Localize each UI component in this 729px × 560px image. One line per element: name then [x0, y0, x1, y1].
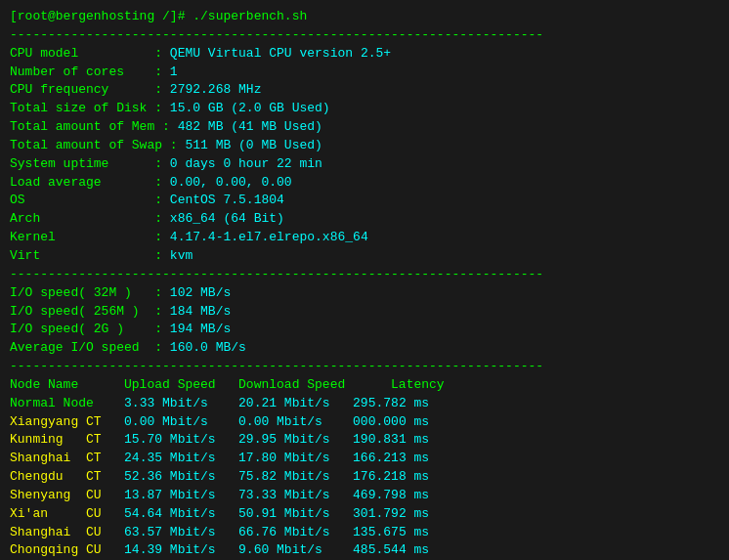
node-row: Shanghai CU 63.57 Mbit/s 66.76 Mbit/s 13… — [10, 524, 719, 542]
system-info-row: CPU model : QEMU Virtual CPU version 2.5… — [10, 45, 719, 64]
io-speed-row: I/O speed( 32M ) : 102 MB/s — [10, 284, 719, 303]
system-info-row: Virt : kvm — [10, 247, 719, 266]
system-info-row: Kernel : 4.17.4-1.el7.elrepo.x86_64 — [10, 229, 719, 247]
divider-1: ----------------------------------------… — [10, 26, 719, 45]
node-table-header: Node Name Upload Speed Download Speed La… — [10, 376, 719, 395]
node-row: Chongqing CU 14.39 Mbit/s 9.60 Mbit/s 48… — [10, 541, 719, 560]
node-row: Xi'an CU 54.64 Mbit/s 50.91 Mbit/s 301.7… — [10, 505, 719, 524]
node-row: Normal Node 3.33 Mbit/s 20.21 Mbit/s 295… — [10, 395, 719, 413]
system-info-section: CPU model : QEMU Virtual CPU version 2.5… — [10, 45, 719, 266]
terminal: [root@bergenhosting /]# ./superbench.sh … — [10, 8, 719, 560]
prompt-line: [root@bergenhosting /]# ./superbench.sh — [10, 8, 719, 26]
system-info-row: System uptime : 0 days 0 hour 22 min — [10, 155, 719, 174]
io-speed-row: I/O speed( 2G ) : 194 MB/s — [10, 321, 719, 339]
node-table-section: Node Name Upload Speed Download Speed La… — [10, 376, 719, 560]
io-speed-row: I/O speed( 256M ) : 184 MB/s — [10, 303, 719, 322]
system-info-row: Total amount of Mem : 482 MB (41 MB Used… — [10, 118, 719, 137]
node-row: Shenyang CU 13.87 Mbit/s 73.33 Mbit/s 46… — [10, 487, 719, 505]
system-info-row: Number of cores : 1 — [10, 64, 719, 82]
system-info-row: Arch : x86_64 (64 Bit) — [10, 210, 719, 229]
node-row: Shanghai CT 24.35 Mbit/s 17.80 Mbit/s 16… — [10, 450, 719, 468]
system-info-row: Total size of Disk : 15.0 GB (2.0 GB Use… — [10, 100, 719, 118]
system-info-row: Total amount of Swap : 511 MB (0 MB Used… — [10, 137, 719, 155]
system-info-row: OS : CentOS 7.5.1804 — [10, 192, 719, 210]
divider-2: ----------------------------------------… — [10, 266, 719, 284]
node-row: Xiangyang CT 0.00 Mbit/s 0.00 Mbit/s 000… — [10, 413, 719, 432]
node-row: Kunming CT 15.70 Mbit/s 29.95 Mbit/s 190… — [10, 431, 719, 450]
io-speed-row: Average I/O speed : 160.0 MB/s — [10, 339, 719, 358]
system-info-row: Load average : 0.00, 0.00, 0.00 — [10, 174, 719, 193]
system-info-row: CPU frequency : 2792.268 MHz — [10, 81, 719, 100]
io-speed-section: I/O speed( 32M ) : 102 MB/sI/O speed( 25… — [10, 284, 719, 358]
node-row: Chengdu CT 52.36 Mbit/s 75.82 Mbit/s 176… — [10, 468, 719, 487]
divider-3: ----------------------------------------… — [10, 358, 719, 376]
